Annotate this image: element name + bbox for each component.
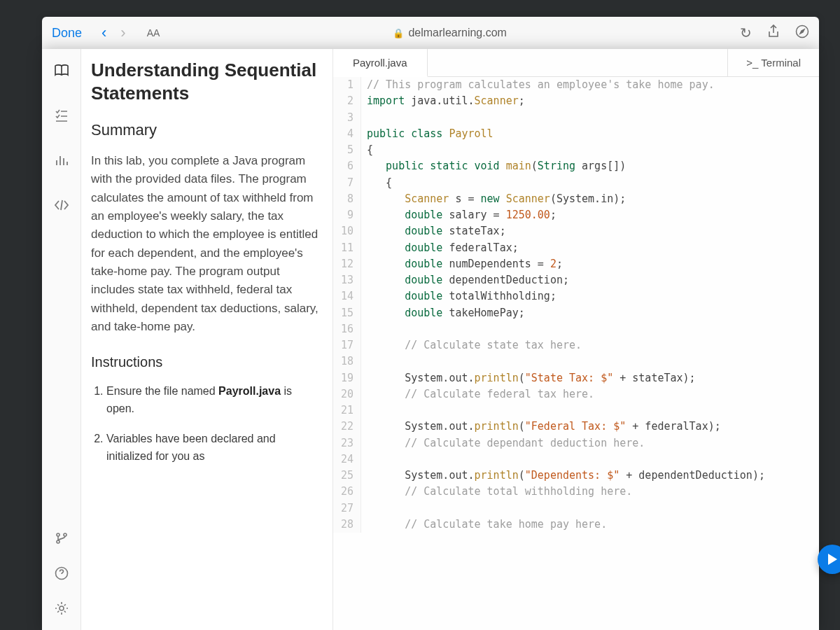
code-line[interactable]: 14 double totalWithholding; (333, 288, 819, 304)
code-line[interactable]: 16 (333, 321, 819, 337)
code-text[interactable]: double stateTax; (361, 223, 506, 239)
code-text[interactable]: // Calculate state tax here. (361, 337, 582, 354)
line-number: 8 (333, 191, 361, 207)
code-text[interactable] (361, 451, 367, 468)
back-button[interactable]: ‹ (94, 24, 113, 42)
code-text[interactable]: // Calculate take home pay here. (361, 517, 607, 533)
code-line[interactable]: 18 (333, 354, 819, 370)
code-editor[interactable]: 1// This program calculates an employee'… (333, 77, 819, 630)
line-number: 12 (333, 256, 361, 272)
code-text[interactable]: // Calculate federal tax here. (361, 386, 594, 402)
file-tab[interactable]: Payroll.java (333, 49, 428, 77)
url-domain: delmarlearning.com (408, 27, 507, 39)
code-line[interactable]: 21 (333, 402, 819, 419)
terminal-tab[interactable]: >_ Terminal (727, 49, 819, 76)
line-number: 7 (333, 175, 361, 191)
code-text[interactable]: System.out.println("State Tax: $" + stat… (361, 370, 696, 386)
instructions-list: Ensure the file named Payroll.java is op… (91, 383, 318, 465)
code-text[interactable]: // This program calculates an employee's… (361, 77, 715, 93)
code-line[interactable]: 26 // Calculate total withholding here. (333, 484, 819, 500)
code-text[interactable]: Scanner s = new Scanner(System.in); (361, 191, 626, 207)
code-line[interactable]: 19 System.out.println("State Tax: $" + s… (333, 370, 819, 386)
code-line[interactable]: 9 double salary = 1250.00; (333, 207, 819, 223)
code-line[interactable]: 24 (333, 451, 819, 468)
line-number: 14 (333, 288, 361, 304)
code-line[interactable]: 28 // Calculate take home pay here. (333, 517, 819, 533)
code-line[interactable]: 27 (333, 500, 819, 517)
app-window: Understanding Sequential Statements Summ… (42, 49, 819, 630)
line-number: 11 (333, 240, 361, 256)
rail-bars-icon[interactable] (50, 148, 74, 172)
rail-book-icon[interactable] (50, 59, 74, 83)
rail-checklist-icon[interactable] (50, 104, 74, 127)
code-line[interactable]: 3 (333, 110, 819, 126)
code-text[interactable] (361, 354, 367, 370)
code-text[interactable]: // Calculate total withholding here. (361, 484, 632, 500)
code-text[interactable]: public static void main(String args[]) (361, 158, 626, 174)
activity-rail (42, 49, 81, 630)
code-line[interactable]: 5{ (333, 142, 819, 158)
code-line[interactable]: 1// This program calculates an employee'… (333, 77, 819, 93)
code-text[interactable]: double salary = 1250.00; (361, 207, 556, 223)
line-number: 24 (333, 451, 361, 468)
line-number: 22 (333, 419, 361, 435)
line-number: 5 (333, 142, 361, 158)
code-line[interactable]: 13 double dependentDeduction; (333, 272, 819, 288)
instructions-heading: Instructions (91, 354, 318, 370)
code-line[interactable]: 10 double stateTax; (333, 223, 819, 239)
code-line[interactable]: 22 System.out.println("Federal Tax: $" +… (333, 419, 819, 435)
code-line[interactable]: 23 // Calculate dependant deduction here… (333, 435, 819, 451)
reload-button[interactable]: ↻ (740, 24, 752, 41)
line-number: 4 (333, 126, 361, 142)
code-text[interactable]: // Calculate dependant deduction here. (361, 435, 645, 451)
code-line[interactable]: 4public class Payroll (333, 126, 819, 142)
share-button[interactable] (767, 24, 780, 42)
address-bar[interactable]: 🔒 delmarlearning.com (160, 27, 740, 39)
code-line[interactable]: 2import java.util.Scanner; (333, 93, 819, 109)
code-text[interactable] (361, 110, 367, 126)
code-text[interactable]: System.out.println("Dependents: $" + dep… (361, 468, 765, 484)
compass-icon[interactable] (795, 24, 809, 42)
code-line[interactable]: 6 public static void main(String args[]) (333, 158, 819, 174)
rail-branch-icon[interactable] (50, 526, 74, 550)
svg-point-2 (57, 540, 59, 543)
line-number: 18 (333, 354, 361, 370)
line-number: 17 (333, 337, 361, 354)
instruction-step: Variables have been declared and initial… (106, 430, 318, 465)
lesson-title: Understanding Sequential Statements (91, 59, 318, 104)
text-size-button[interactable]: AA (147, 27, 160, 38)
code-text[interactable]: double takeHomePay; (361, 305, 525, 321)
code-text[interactable]: double federalTax; (361, 240, 519, 256)
code-line[interactable]: 11 double federalTax; (333, 240, 819, 256)
play-button[interactable] (818, 545, 840, 574)
code-line[interactable]: 15 double takeHomePay; (333, 305, 819, 321)
code-text[interactable]: double dependentDeduction; (361, 272, 569, 288)
code-text[interactable] (361, 321, 367, 337)
line-number: 1 (333, 77, 361, 93)
code-line[interactable]: 8 Scanner s = new Scanner(System.in); (333, 191, 819, 207)
code-line[interactable]: 7 { (333, 175, 819, 191)
code-text[interactable] (361, 500, 367, 517)
code-text[interactable]: { (361, 175, 392, 191)
code-text[interactable]: double totalWithholding; (361, 288, 556, 304)
code-text[interactable]: { (361, 142, 373, 158)
code-text[interactable]: double numDependents = 2; (361, 256, 563, 272)
line-number: 28 (333, 517, 361, 533)
code-text[interactable]: import java.util.Scanner; (361, 93, 525, 109)
editor-tabs: Payroll.java >_ Terminal (333, 49, 819, 77)
line-number: 3 (333, 110, 361, 126)
rail-gear-icon[interactable] (50, 596, 74, 620)
rail-code-icon[interactable] (50, 193, 74, 217)
rail-help-icon[interactable] (50, 561, 74, 585)
summary-heading: Summary (91, 121, 318, 139)
line-number: 16 (333, 321, 361, 337)
code-line[interactable]: 20 // Calculate federal tax here. (333, 386, 819, 402)
code-line[interactable]: 12 double numDependents = 2; (333, 256, 819, 272)
forward-button[interactable]: › (113, 24, 132, 42)
done-button[interactable]: Done (52, 26, 82, 41)
code-text[interactable] (361, 402, 367, 419)
code-line[interactable]: 25 System.out.println("Dependents: $" + … (333, 468, 819, 484)
code-text[interactable]: public class Payroll (361, 126, 493, 142)
code-line[interactable]: 17 // Calculate state tax here. (333, 337, 819, 354)
code-text[interactable]: System.out.println("Federal Tax: $" + fe… (361, 419, 721, 435)
